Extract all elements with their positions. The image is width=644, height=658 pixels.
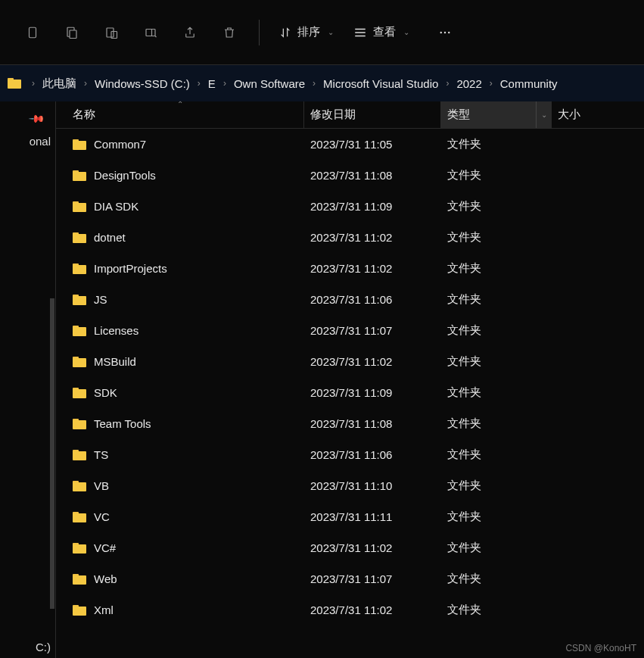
- sidebar: 📌 onal C:): [0, 101, 56, 658]
- cell-type: 文件夹: [441, 541, 552, 555]
- cell-type: 文件夹: [441, 385, 552, 400]
- cell-type: 文件夹: [441, 323, 552, 338]
- cell-type: 文件夹: [441, 416, 552, 431]
- svg-point-6: [444, 31, 446, 33]
- cell-date: 2023/7/31 11:08: [304, 417, 441, 430]
- chevron-right-icon: ›: [198, 78, 201, 89]
- file-name: Xml: [94, 603, 114, 616]
- cell-date: 2023/7/31 11:02: [304, 262, 441, 275]
- cell-date: 2023/7/31 11:07: [304, 572, 441, 585]
- table-row[interactable]: VC#2023/7/31 11:02文件夹: [56, 532, 644, 563]
- column-type-label: 类型: [447, 108, 470, 122]
- folder-icon: [73, 139, 86, 150]
- chevron-right-icon: ›: [84, 78, 87, 89]
- table-row[interactable]: TS2023/7/31 11:06文件夹: [56, 439, 644, 470]
- table-row[interactable]: VB2023/7/31 11:10文件夹: [56, 470, 644, 501]
- column-type[interactable]: 类型 ⌄: [441, 101, 552, 128]
- svg-rect-1: [70, 30, 76, 39]
- scrollbar[interactable]: [50, 298, 54, 609]
- table-row[interactable]: Team Tools2023/7/31 11:08文件夹: [56, 408, 644, 439]
- cell-name: ImportProjects: [56, 262, 304, 275]
- file-name: Common7: [94, 138, 146, 151]
- folder-icon: [73, 264, 86, 274]
- breadcrumb-item[interactable]: Microsoft Visual Studio: [322, 74, 440, 93]
- cut-button[interactable]: [20, 20, 45, 45]
- table-row[interactable]: SDK2023/7/31 11:09文件夹: [56, 377, 644, 408]
- table-row[interactable]: ImportProjects2023/7/31 11:02文件夹: [56, 253, 644, 284]
- table-row[interactable]: Web2023/7/31 11:07文件夹: [56, 563, 644, 594]
- view-button[interactable]: 查看 ⌄: [350, 20, 412, 44]
- folder-icon: [73, 605, 86, 616]
- folder-icon: [73, 295, 86, 305]
- breadcrumb-item[interactable]: Windows-SSD (C:): [93, 74, 191, 93]
- table-row[interactable]: MSBuild2023/7/31 11:02文件夹: [56, 346, 644, 377]
- folder-icon: [73, 232, 86, 243]
- separator: [259, 20, 260, 45]
- svg-rect-4: [146, 29, 155, 36]
- chevron-right-icon: ›: [313, 78, 316, 89]
- table-row[interactable]: JS2023/7/31 11:06文件夹: [56, 284, 644, 315]
- chevron-down-icon[interactable]: ⌄: [536, 101, 547, 128]
- folder-icon: [73, 170, 86, 181]
- table-row[interactable]: DIA SDK2023/7/31 11:09文件夹: [56, 191, 644, 222]
- cell-date: 2023/7/31 11:02: [304, 541, 441, 554]
- folder-icon: [73, 388, 86, 398]
- sidebar-item-label[interactable]: onal: [30, 135, 51, 148]
- copy-button[interactable]: [59, 20, 85, 45]
- cell-date: 2023/7/31 11:07: [304, 324, 441, 337]
- cell-name: Web: [56, 572, 304, 585]
- cell-name: TS: [56, 448, 304, 461]
- column-size[interactable]: 大小: [552, 101, 580, 128]
- view-label: 查看: [373, 25, 396, 39]
- table-row[interactable]: Common72023/7/31 11:05文件夹: [56, 129, 644, 160]
- table-row[interactable]: Licenses2023/7/31 11:07文件夹: [56, 315, 644, 346]
- column-date[interactable]: 修改日期: [304, 101, 441, 128]
- cell-type: 文件夹: [441, 510, 552, 524]
- file-list-main: 名称 ⌃ 修改日期 类型 ⌄ 大小 Common72023/7/31 11:05…: [56, 101, 644, 658]
- table-row[interactable]: dotnet2023/7/31 11:02文件夹: [56, 222, 644, 253]
- column-name[interactable]: 名称 ⌃: [56, 101, 304, 128]
- paste-button[interactable]: [98, 20, 124, 45]
- cell-date: 2023/7/31 11:06: [304, 293, 441, 306]
- breadcrumb: › 此电脑 › Windows-SSD (C:) › E › Own Softw…: [0, 65, 644, 101]
- breadcrumb-item[interactable]: Community: [499, 74, 559, 93]
- cell-name: DesignTools: [56, 169, 304, 182]
- cell-name: MSBuild: [56, 355, 304, 368]
- chevron-right-icon: ›: [223, 78, 226, 89]
- delete-button[interactable]: [216, 20, 242, 45]
- breadcrumb-item[interactable]: Own Software: [232, 74, 306, 93]
- breadcrumb-item[interactable]: E: [207, 74, 217, 93]
- folder-icon: [73, 450, 86, 460]
- column-headers: 名称 ⌃ 修改日期 类型 ⌄ 大小: [56, 101, 644, 129]
- file-name: SDK: [94, 386, 117, 399]
- cell-date: 2023/7/31 11:02: [304, 355, 441, 368]
- cell-name: DIA SDK: [56, 200, 304, 213]
- table-row[interactable]: DesignTools2023/7/31 11:08文件夹: [56, 160, 644, 191]
- cell-date: 2023/7/31 11:11: [304, 510, 441, 523]
- folder-icon: [73, 201, 86, 212]
- cell-type: 文件夹: [441, 354, 552, 369]
- table-row[interactable]: Xml2023/7/31 11:02文件夹: [56, 594, 644, 625]
- chevron-right-icon: ›: [32, 78, 35, 89]
- cell-name: Team Tools: [56, 417, 304, 430]
- pin-icon[interactable]: 📌: [28, 109, 45, 126]
- share-button[interactable]: [177, 20, 203, 45]
- file-list: Common72023/7/31 11:05文件夹DesignTools2023…: [56, 129, 644, 658]
- sort-button[interactable]: 排序 ⌄: [276, 20, 337, 44]
- rename-button[interactable]: [138, 20, 163, 45]
- breadcrumb-item[interactable]: 2022: [455, 74, 483, 93]
- cell-date: 2023/7/31 11:10: [304, 479, 441, 492]
- cell-type: 文件夹: [441, 199, 552, 214]
- cell-name: Licenses: [56, 324, 304, 337]
- more-button[interactable]: [432, 20, 458, 45]
- cell-date: 2023/7/31 11:02: [304, 231, 441, 244]
- view-icon: [353, 27, 367, 38]
- cell-date: 2023/7/31 11:08: [304, 169, 441, 182]
- breadcrumb-item[interactable]: 此电脑: [41, 73, 78, 94]
- cell-date: 2023/7/31 11:02: [304, 603, 441, 616]
- file-name: Team Tools: [94, 417, 151, 430]
- sidebar-item-label[interactable]: C:): [36, 641, 51, 653]
- file-name: Web: [94, 572, 117, 585]
- sort-label: 排序: [297, 25, 320, 39]
- table-row[interactable]: VC2023/7/31 11:11文件夹: [56, 501, 644, 532]
